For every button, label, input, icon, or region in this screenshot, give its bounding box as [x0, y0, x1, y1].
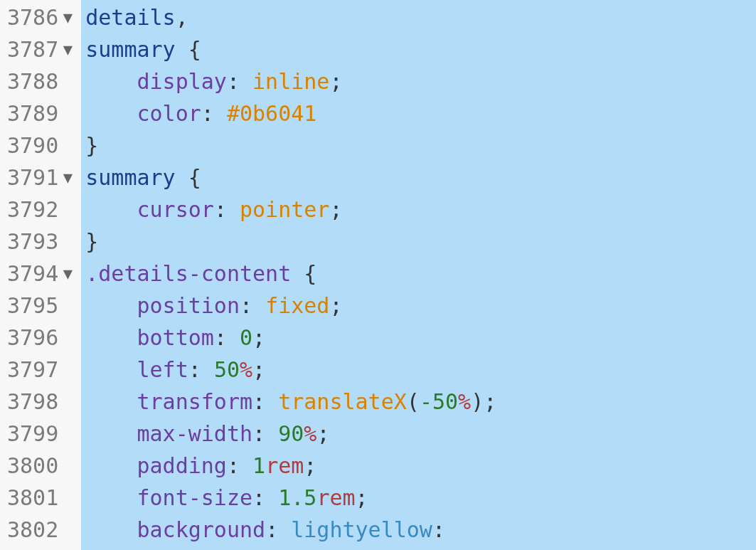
token-whitespace — [85, 290, 137, 322]
line-number-text: 3796 — [7, 322, 58, 354]
token-value-unit: % — [458, 386, 471, 418]
code-line[interactable]: left: 50%; — [85, 354, 756, 386]
line-number: 3795▼ — [0, 290, 81, 322]
line-number-text: 3799 — [7, 418, 58, 450]
token-property: transform — [137, 386, 253, 418]
line-number-text: 3789 — [7, 97, 58, 129]
token-punctuation: ; — [252, 354, 265, 386]
line-number: 3789▼ — [0, 97, 81, 129]
line-number-text: 3787 — [7, 33, 58, 65]
token-value-unit: rem — [265, 450, 304, 482]
line-number-text: 3788 — [7, 65, 58, 97]
token-value-keyword: inline — [252, 65, 329, 97]
line-number-text: 3794 — [7, 258, 58, 290]
code-line[interactable]: color: #0b6041 — [85, 97, 756, 129]
token-whitespace — [85, 65, 137, 97]
line-number-text: 3802 — [7, 514, 58, 546]
token-value-number: 90 — [278, 418, 304, 450]
fold-toggle-icon[interactable]: ▼ — [58, 10, 77, 26]
line-number: 3794▼ — [0, 258, 81, 290]
token-property: position — [137, 290, 240, 322]
code-area[interactable]: details,summary { display: inline; color… — [81, 0, 756, 550]
code-line[interactable]: bottom: 0; — [85, 322, 756, 354]
code-editor[interactable]: 3786▼3787▼3788▼3789▼3790▼3791▼3792▼3793▼… — [0, 0, 756, 550]
token-punctuation: : — [240, 290, 265, 322]
token-whitespace — [85, 97, 137, 129]
fold-toggle-icon[interactable]: ▼ — [58, 42, 77, 58]
token-whitespace — [85, 450, 137, 482]
code-line[interactable]: details, — [85, 1, 756, 33]
token-punctuation: ; — [252, 322, 265, 354]
line-number: 3788▼ — [0, 65, 81, 97]
token-value-hex: #0b6041 — [227, 97, 316, 129]
token-punctuation: : — [201, 97, 227, 129]
line-number-text: 3797 — [7, 354, 58, 386]
code-line[interactable]: display: inline; — [85, 65, 756, 97]
line-number: 3791▼ — [0, 162, 81, 194]
token-punctuation: : — [227, 65, 252, 97]
token-punctuation: : — [252, 482, 278, 514]
token-property: max-width — [137, 418, 253, 450]
token-punctuation: ) — [471, 386, 484, 418]
code-line[interactable]: summary { — [85, 162, 756, 194]
token-whitespace — [85, 514, 137, 546]
token-value-keyword: pointer — [240, 194, 329, 226]
token-whitespace — [85, 354, 137, 386]
token-punctuation: ; — [329, 290, 342, 322]
code-line[interactable]: } — [85, 129, 756, 162]
token-tag: details — [85, 1, 175, 33]
token-whitespace — [85, 322, 137, 354]
line-number-text: 3791 — [7, 162, 58, 194]
token-punctuation: : — [252, 418, 278, 450]
token-whitespace — [85, 386, 137, 418]
token-punctuation: : — [227, 450, 252, 482]
token-value-unit: % — [304, 418, 316, 450]
code-line[interactable]: font-size: 1.5rem; — [85, 482, 756, 514]
line-number: 3787▼ — [0, 33, 81, 65]
line-number: 3799▼ — [0, 418, 81, 450]
fold-toggle-icon[interactable]: ▼ — [58, 170, 77, 186]
token-punctuation: ; — [484, 386, 496, 418]
code-line[interactable]: transform: translateX(-50%); — [85, 386, 756, 418]
token-property: cursor — [137, 194, 214, 226]
token-whitespace — [85, 194, 137, 226]
line-number: 3801▼ — [0, 482, 81, 514]
code-line[interactable]: max-width: 90%; — [85, 418, 756, 450]
token-punctuation: ( — [407, 386, 420, 418]
token-property: background — [137, 514, 266, 546]
code-line[interactable]: cursor: pointer; — [85, 194, 756, 226]
line-number: 3790▼ — [0, 129, 81, 162]
token-whitespace — [85, 418, 137, 450]
line-number-text: 3801 — [7, 482, 58, 514]
token-value-number: -50 — [420, 386, 458, 418]
token-punctuation: ; — [329, 65, 342, 97]
token-property: left — [137, 354, 188, 386]
line-number-text: 3798 — [7, 386, 58, 418]
token-property: font-size — [137, 482, 253, 514]
token-punctuation: : — [188, 354, 214, 386]
token-tag: summary — [85, 33, 175, 65]
code-line[interactable]: .details-content { — [85, 258, 756, 290]
token-punctuation: ; — [356, 482, 368, 514]
code-line[interactable]: summary { — [85, 33, 756, 65]
token-punctuation: , — [176, 1, 188, 33]
code-line[interactable]: background: lightyellow: — [85, 514, 756, 546]
token-property: padding — [137, 450, 227, 482]
token-punctuation: : — [214, 322, 240, 354]
token-value-number: 0 — [240, 322, 252, 354]
code-line[interactable]: } — [85, 226, 756, 258]
line-number: 3793▼ — [0, 226, 81, 258]
token-selector-class: .details-content — [85, 258, 291, 290]
token-punctuation: ; — [329, 194, 342, 226]
token-brace: } — [85, 226, 98, 258]
code-line[interactable]: position: fixed; — [85, 290, 756, 322]
fold-toggle-icon[interactable]: ▼ — [58, 266, 77, 282]
token-punctuation: : — [252, 386, 278, 418]
code-line[interactable]: padding: 1rem; — [85, 450, 756, 482]
token-property: bottom — [137, 322, 214, 354]
line-number: 3796▼ — [0, 322, 81, 354]
line-number-text: 3790 — [7, 129, 58, 162]
line-number-text: 3792 — [7, 194, 58, 226]
line-number-text: 3800 — [7, 450, 58, 482]
token-whitespace — [85, 482, 137, 514]
